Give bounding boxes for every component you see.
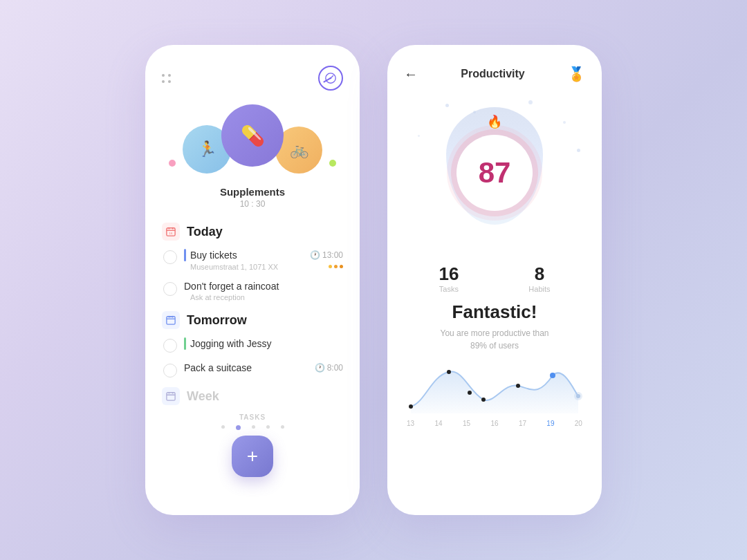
task-item-buy-tickets: Buy tickets 🕐 13:00 Museumstraat 1, 1071… <box>162 249 343 271</box>
scatter-dot <box>577 149 580 152</box>
task-checkbox-3[interactable] <box>163 339 177 353</box>
task-bar-green <box>184 337 186 350</box>
stat-tasks: 16 Tasks <box>439 263 459 293</box>
fantastic-headline: Fantastic! <box>404 301 585 323</box>
task-dot <box>340 265 343 268</box>
circle-left-icon: 🏃 <box>198 140 216 158</box>
task-title-2: Don't forget a raincoat <box>184 281 279 292</box>
menu-dots[interactable] <box>162 74 171 83</box>
task-checkbox-4[interactable] <box>163 364 177 377</box>
stat-tasks-label: Tasks <box>439 285 459 293</box>
supplement-time: 10 : 30 <box>162 199 343 209</box>
chart-label-17: 17 <box>519 420 526 427</box>
chart-label-19: 19 <box>546 420 554 427</box>
scatter-dot <box>563 121 566 124</box>
clock-icon: 🕐 <box>310 250 320 260</box>
task-sub-2: Ask at reception <box>184 293 343 301</box>
week-tasks-label: TASKS <box>162 413 343 421</box>
svg-text:16: 16 <box>169 232 173 235</box>
stat-habits-value: 8 <box>528 263 550 285</box>
prod-sub-2: 89% of users <box>470 341 519 351</box>
svg-point-0 <box>326 73 335 83</box>
phone-left: 🏃 💊 🚲 Supplements 10 : 30 16 <box>145 45 360 515</box>
flame-icon: 🔥 <box>487 114 502 129</box>
task-dot <box>329 265 332 268</box>
task-main-2: Don't forget a raincoat <box>184 281 343 292</box>
score-value: 87 <box>479 156 511 189</box>
week-dot-active <box>236 425 241 430</box>
dot <box>168 80 171 83</box>
task-title-3: Jogging with Jessy <box>190 338 272 349</box>
stat-tasks-value: 16 <box>439 263 459 285</box>
accent-dot-green <box>329 160 336 167</box>
task-checkbox-2[interactable] <box>163 282 177 296</box>
week-dot <box>266 425 270 429</box>
scatter-dot <box>418 135 420 137</box>
svg-point-21 <box>516 384 520 388</box>
task-item-suitcase: Pack a suitcase 🕐 8:00 <box>162 362 343 377</box>
week-dot <box>281 425 284 429</box>
score-circle: 87 <box>456 135 533 211</box>
circle-center[interactable]: 💊 <box>221 104 284 167</box>
stat-habits: 8 Habits <box>528 263 550 293</box>
supplement-label: Supplements <box>162 186 343 198</box>
svg-point-19 <box>468 391 472 395</box>
task-content-3: Jogging with Jessy <box>184 337 343 350</box>
teardrop-area: 🔥 87 <box>404 93 585 252</box>
task-content-1: Buy tickets 🕐 13:00 Museumstraat 1, 1071… <box>184 249 343 271</box>
circle-center-icon: 💊 <box>241 124 265 147</box>
task-main-4: Pack a suitcase 🕐 8:00 <box>184 362 343 373</box>
plus-icon: + <box>247 445 258 467</box>
chart-label-16: 16 <box>490 420 498 427</box>
svg-point-23 <box>576 394 580 398</box>
task-sub-1: Museumstraat 1, 1071 XX <box>184 263 278 271</box>
task-time-value-4: 8:00 <box>327 363 343 373</box>
productivity-title: Productivity <box>461 68 524 80</box>
task-time-value-1: 13:00 <box>322 250 343 260</box>
section-header-week: Week <box>162 387 343 405</box>
dot <box>162 74 165 77</box>
svg-point-17 <box>409 404 413 409</box>
scatter-dot <box>528 100 533 104</box>
task-item-raincoat: Don't forget a raincoat Ask at reception <box>162 281 343 301</box>
speedometer-icon[interactable] <box>318 66 343 91</box>
phones-container: 🏃 💊 🚲 Supplements 10 : 30 16 <box>145 45 602 515</box>
svg-point-22 <box>550 373 555 378</box>
prod-sub-1: You are more productive than <box>441 328 549 338</box>
task-title-1: Buy tickets <box>190 250 237 261</box>
productivity-sub: You are more productive than 89% of user… <box>404 327 585 352</box>
task-title-bar-3: Jogging with Jessy <box>184 337 343 350</box>
chart-label-14: 14 <box>434 420 442 427</box>
task-content-4: Pack a suitcase 🕐 8:00 <box>184 362 343 373</box>
task-main-1: Buy tickets 🕐 13:00 <box>184 249 343 261</box>
task-checkbox-1[interactable] <box>163 250 177 264</box>
today-calendar-icon: 16 <box>162 223 180 241</box>
svg-point-20 <box>481 398 486 402</box>
task-time-4: 🕐 8:00 <box>315 363 343 373</box>
task-title-bar-1: Buy tickets <box>184 249 237 261</box>
week-dot <box>252 425 255 429</box>
week-calendar-icon <box>162 387 180 405</box>
back-button[interactable]: ← <box>404 66 418 82</box>
task-title-4: Pack a suitcase <box>184 362 252 373</box>
task-time-1: 🕐 13:00 <box>310 250 343 260</box>
week-dots-row <box>162 425 343 430</box>
circle-right-icon: 🚲 <box>290 141 308 159</box>
productivity-header: ← Productivity 🏅 <box>404 66 585 82</box>
today-title: Today <box>187 225 223 239</box>
stat-habits-label: Habits <box>528 285 550 293</box>
chart-label-20: 20 <box>575 420 582 427</box>
week-title: Week <box>187 389 219 404</box>
trophy-icon: 🏅 <box>568 66 585 82</box>
svg-rect-8 <box>167 317 175 324</box>
tomorrow-title: Tomorrow <box>187 313 247 328</box>
task-item-jogging: Jogging with Jessy <box>162 337 343 353</box>
svg-rect-13 <box>167 393 175 400</box>
phone-right: ← Productivity 🏅 🔥 87 16 <box>387 45 602 515</box>
svg-point-18 <box>447 370 451 374</box>
scatter-dot <box>445 104 449 107</box>
dot <box>162 80 165 83</box>
phone-header <box>162 66 343 91</box>
clock-icon-4: 🕐 <box>315 363 325 373</box>
add-button[interactable]: + <box>232 436 273 477</box>
